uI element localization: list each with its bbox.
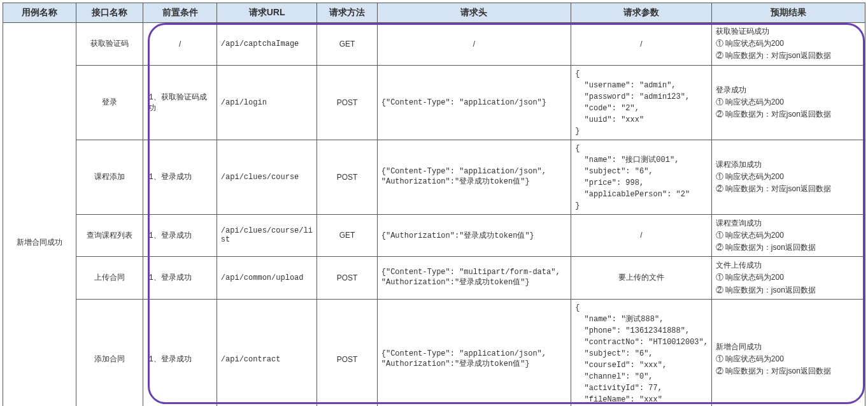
api-name-cell: 课程添加 [76, 140, 143, 214]
request-param-cell: { "username": "admin", "password": "admi… [571, 65, 711, 140]
expected-result-cell: 文件上传成功① 响应状态码为200② 响应数据为：json返回数据 [711, 257, 865, 300]
page-container: 用例名称 接口名称 前置条件 请求URL 请求方法 请求头 请求参数 预期结果 … [3, 3, 865, 406]
url-cell: /api/login [217, 65, 317, 140]
col-header-case: 用例名称 [3, 3, 76, 23]
precondition-cell: 1、登录成功 [143, 214, 217, 257]
request-header-cell: {"Content-Type": "multipart/form-data", … [377, 257, 571, 300]
method-cell: GET [317, 23, 377, 66]
precondition-cell: 1、登录成功 [143, 257, 217, 300]
precondition-cell: 1、登录成功 [143, 299, 217, 406]
expected-result-cell: 登录成功① 响应状态码为200② 响应数据为：对应json返回数据 [711, 65, 865, 140]
request-param-cell: / [571, 214, 711, 257]
col-header-method: 请求方法 [317, 3, 377, 23]
table-row: 登录1、获取验证码成功/api/loginPOST{"Content-Type"… [3, 65, 865, 140]
method-cell: GET [317, 214, 377, 257]
method-cell: POST [317, 257, 377, 300]
table-row: 课程添加1、登录成功/api/clues/coursePOST{"Content… [3, 140, 865, 214]
table-row: 新增合同成功获取验证码//api/captchaImageGET//获取验证码成… [3, 23, 865, 66]
request-param-cell: { "name": "测试888", "phone": "13612341888… [571, 299, 711, 406]
expected-result-cell: 课程查询成功① 响应状态码为200② 响应数据为：json返回数据 [711, 214, 865, 257]
table-row: 上传合同1、登录成功/api/common/uploadPOST{"Conten… [3, 257, 865, 300]
table-row: 添加合同1、登录成功/api/contractPOST{"Content-Typ… [3, 299, 865, 406]
precondition-cell: 1、登录成功 [143, 140, 217, 214]
precondition-cell: 1、获取验证码成功 [143, 65, 217, 140]
col-header-exp: 预期结果 [711, 3, 865, 23]
request-param-cell: / [571, 23, 711, 66]
request-header-cell: {"Content-Type": "application/json", "Au… [377, 299, 571, 406]
request-param-cell: { "name": "接口测试001", "subject": "6", "pr… [571, 140, 711, 214]
col-header-head: 请求头 [377, 3, 571, 23]
request-header-cell: {"Content-Type": "application/json"} [377, 65, 571, 140]
api-name-cell: 登录 [76, 65, 143, 140]
method-cell: POST [317, 140, 377, 214]
api-name-cell: 查询课程列表 [76, 214, 143, 257]
method-cell: POST [317, 65, 377, 140]
url-cell: /api/captchaImage [217, 23, 317, 66]
table-body: 新增合同成功获取验证码//api/captchaImageGET//获取验证码成… [3, 23, 865, 407]
api-name-cell: 上传合同 [76, 257, 143, 300]
url-cell: /api/clues/course [217, 140, 317, 214]
request-header-cell: / [377, 23, 571, 66]
request-param-cell: 要上传的文件 [571, 257, 711, 300]
api-name-cell: 添加合同 [76, 299, 143, 406]
expected-result-cell: 新增合同成功① 响应状态码为200② 响应数据为：对应json返回数据 [711, 299, 865, 406]
col-header-api: 接口名称 [76, 3, 143, 23]
expected-result-cell: 获取验证码成功① 响应状态码为200② 响应数据为：对应json返回数据 [711, 23, 865, 66]
api-name-cell: 获取验证码 [76, 23, 143, 66]
request-header-cell: {"Authorization":"登录成功token值"} [377, 214, 571, 257]
url-cell: /api/clues/course/list [217, 214, 317, 257]
url-cell: /api/contract [217, 299, 317, 406]
col-header-param: 请求参数 [571, 3, 711, 23]
expected-result-cell: 课程添加成功① 响应状态码为200② 响应数据为：对应json返回数据 [711, 140, 865, 214]
precondition-cell: / [143, 23, 217, 66]
request-header-cell: {"Content-Type": "application/json", "Au… [377, 140, 571, 214]
method-cell: POST [317, 299, 377, 406]
col-header-pre: 前置条件 [143, 3, 217, 23]
testcase-table: 用例名称 接口名称 前置条件 请求URL 请求方法 请求头 请求参数 预期结果 … [3, 3, 865, 406]
table-row: 查询课程列表1、登录成功/api/clues/course/listGET{"A… [3, 214, 865, 257]
url-cell: /api/common/upload [217, 257, 317, 300]
table-header-row: 用例名称 接口名称 前置条件 请求URL 请求方法 请求头 请求参数 预期结果 [3, 3, 865, 23]
case-name-cell: 新增合同成功 [3, 23, 76, 407]
col-header-url: 请求URL [217, 3, 317, 23]
